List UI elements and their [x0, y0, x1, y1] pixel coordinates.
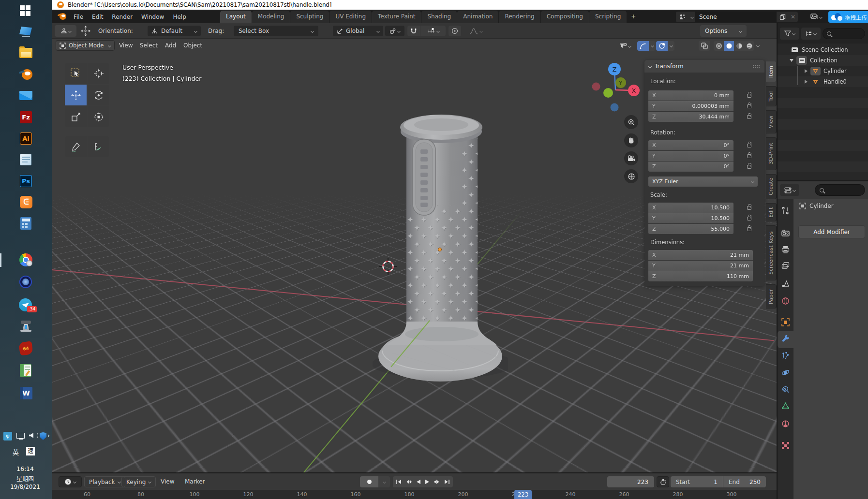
chrome-icon[interactable]	[19, 253, 32, 266]
orientation-dropdown[interactable]: Default	[148, 26, 201, 36]
notes-icon[interactable]	[20, 364, 31, 377]
tray-expand-chevron[interactable]: ›	[47, 432, 50, 439]
previous-keyframe-button[interactable]	[405, 479, 412, 484]
outliner-search[interactable]	[823, 28, 865, 39]
tool-cursor[interactable]	[88, 63, 109, 84]
tool-rotate[interactable]	[88, 85, 109, 105]
word-icon[interactable]: W	[20, 387, 32, 399]
frame-end-field[interactable]: End250	[723, 476, 766, 487]
location-y-field[interactable]: Y0.000003 mm	[648, 101, 733, 111]
tool-select-box[interactable]	[65, 63, 87, 84]
tool-transform[interactable]	[88, 106, 109, 127]
properties-tab-constraints[interactable]	[781, 385, 790, 394]
properties-tab-material[interactable]	[781, 420, 790, 428]
tab-uv-editing[interactable]: UV Editing	[329, 11, 372, 23]
tool-measure[interactable]	[88, 136, 109, 157]
menu-window[interactable]: Window	[137, 14, 168, 20]
timeline-menu-playback[interactable]: Playback	[84, 476, 125, 487]
xray-toggle[interactable]	[699, 41, 710, 51]
drag-dropdown[interactable]: Select Box	[234, 26, 318, 36]
sidebar-tab-item[interactable]: Item	[766, 61, 777, 82]
shading-wireframe[interactable]	[714, 41, 724, 51]
notepad-icon[interactable]	[20, 154, 31, 165]
shading-material[interactable]	[734, 41, 744, 51]
outliner-row-handle0[interactable]: Handle0	[778, 76, 868, 87]
zoom-button[interactable]	[624, 115, 638, 129]
scale-x-lock[interactable]	[747, 206, 751, 210]
jump-to-start-button[interactable]	[396, 479, 402, 484]
render-display-dropdown[interactable]	[810, 12, 822, 22]
menu-help[interactable]: Help	[168, 14, 190, 20]
filezilla-icon[interactable]: Fz	[20, 111, 32, 123]
scene-selector-chevron[interactable]	[688, 12, 695, 22]
properties-search[interactable]	[815, 184, 865, 196]
rotation-z-lock[interactable]	[747, 165, 751, 169]
rotation-y-field[interactable]: Y0°	[648, 151, 733, 161]
properties-breadcrumb[interactable]: Cylinder	[799, 203, 834, 209]
ime-mode[interactable]: 速	[26, 447, 35, 455]
sidebar-tab-view[interactable]: View	[766, 110, 777, 133]
visibility-dropdown[interactable]	[619, 41, 631, 51]
sidebar-tab-screencast-keys[interactable]: Screencast Keys	[766, 225, 777, 280]
calculator-icon[interactable]	[20, 217, 31, 230]
rotation-y-lock[interactable]	[747, 154, 751, 158]
tab-scripting[interactable]: Scripting	[589, 11, 627, 23]
transform-orientation-dropdown[interactable]: Global	[333, 26, 383, 36]
timeline-menu-keying[interactable]: Keying	[121, 476, 156, 487]
snap-settings-dropdown[interactable]	[420, 26, 446, 36]
properties-tab-render[interactable]	[781, 229, 790, 237]
mail-icon[interactable]	[19, 91, 32, 100]
active-tool-dropdown[interactable]	[55, 25, 76, 37]
properties-tab-tool[interactable]	[781, 206, 790, 215]
shading-dropdown[interactable]	[754, 41, 762, 51]
start-button[interactable]	[20, 5, 30, 16]
blender-menu-logo[interactable]	[58, 13, 66, 20]
viewport-menu-view[interactable]: View	[119, 42, 133, 49]
file-explorer-icon[interactable]	[19, 48, 32, 58]
tab-sculpting[interactable]: Sculpting	[290, 11, 329, 23]
clock-time[interactable]: 16:14	[0, 465, 50, 472]
timeline-ruler[interactable]: 60 80 100 120 140 160 180 200 220 240 26…	[52, 490, 777, 499]
blender-taskbar-icon[interactable]	[19, 68, 32, 81]
scale-y-lock[interactable]	[747, 217, 751, 220]
editor-type-dropdown[interactable]	[780, 184, 799, 196]
scene-name-field[interactable]: Scene	[695, 12, 777, 22]
tray-network-icon[interactable]	[16, 433, 25, 439]
properties-tab-modifiers[interactable]	[781, 335, 790, 343]
scale-y-field[interactable]: Y10.500	[648, 213, 733, 223]
scale-z-field[interactable]: Z55.000	[648, 224, 733, 234]
ime-language[interactable]: 英	[13, 447, 19, 456]
scale-x-field[interactable]: X10.500	[648, 203, 733, 213]
viewport[interactable]: Object Mode View Select Add Object	[52, 39, 777, 472]
auto-keying-toggle[interactable]	[360, 476, 378, 487]
playhead[interactable]: 223	[514, 490, 532, 499]
outliner-row-scene-collection[interactable]: Scene Collection	[778, 44, 868, 55]
outliner-row-cylinder[interactable]: Cylinder	[778, 66, 868, 76]
outliner-row-collection[interactable]: Collection	[778, 55, 868, 66]
sidebar-tab-create[interactable]: Create	[766, 174, 777, 199]
viewport-menu-object[interactable]: Object	[183, 42, 202, 49]
tool-annotate[interactable]	[65, 136, 87, 157]
menu-file[interactable]: File	[69, 14, 88, 20]
location-x-field[interactable]: X0 mm	[648, 90, 733, 101]
location-x-lock[interactable]	[747, 94, 751, 98]
rotation-x-field[interactable]: X0°	[648, 140, 733, 150]
photoshop-icon[interactable]: Ps	[20, 175, 32, 187]
transform-panel-header[interactable]: Transform	[644, 60, 764, 73]
xampp-icon[interactable]: ᕮ	[20, 196, 32, 208]
nav-gizmo[interactable]: Y Z X	[586, 61, 644, 119]
timeline-editor-dropdown[interactable]	[59, 476, 82, 487]
sidebar-tab-edit[interactable]: Edit	[766, 203, 777, 221]
viewport-menu-add[interactable]: Add	[165, 42, 176, 49]
object-origin-dot[interactable]	[438, 248, 442, 251]
properties-tab-scene[interactable]	[781, 280, 790, 288]
ortho-toggle-button[interactable]	[624, 169, 638, 183]
pivot-point-dropdown[interactable]	[385, 26, 404, 36]
dimensions-x-field[interactable]: X21 mm	[648, 250, 753, 260]
tab-shading[interactable]: Shading	[421, 11, 457, 23]
tab-rendering[interactable]: Rendering	[499, 11, 540, 23]
snap-toggle[interactable]	[407, 26, 420, 36]
sidebar-tab-3d-print[interactable]: 3D-Print	[766, 137, 777, 170]
proportional-editing-toggle[interactable]	[449, 26, 461, 36]
pan-button[interactable]	[624, 133, 638, 147]
